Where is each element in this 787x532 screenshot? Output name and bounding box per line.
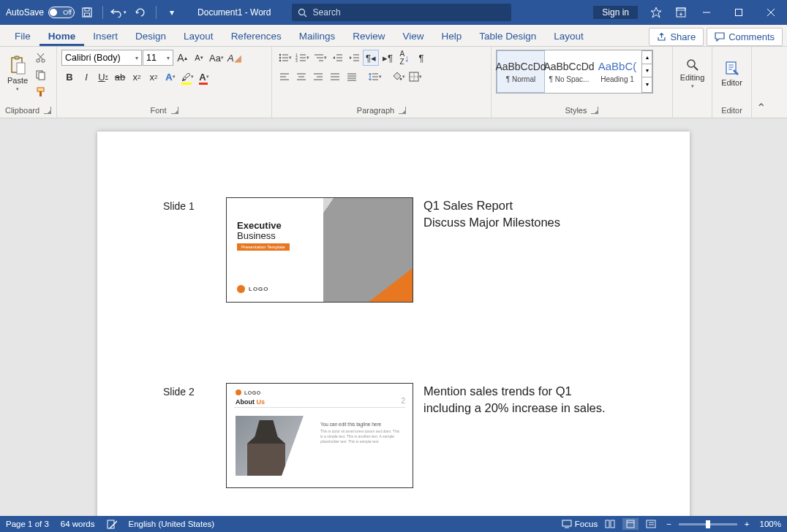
clipboard-dialog-launcher[interactable] — [44, 107, 51, 114]
tab-mailings[interactable]: Mailings — [290, 26, 344, 46]
read-mode-button[interactable] — [602, 518, 618, 530]
bullets-button[interactable]: ▾ — [276, 50, 293, 66]
svg-rect-76 — [611, 520, 614, 528]
bold-button[interactable]: B — [61, 69, 78, 85]
redo-button[interactable] — [131, 3, 150, 22]
shading-button[interactable]: ▾ — [391, 69, 407, 85]
status-page[interactable]: Page 1 of 3 — [6, 520, 49, 528]
change-case-button[interactable]: Aa▾ — [208, 50, 225, 66]
distributed-button[interactable] — [344, 69, 360, 85]
styles-gallery-scroller[interactable]: ▴▾▾ — [641, 50, 652, 93]
styles-dialog-launcher[interactable] — [591, 107, 598, 114]
focus-mode-button[interactable]: Focus — [562, 520, 598, 528]
svg-rect-1 — [85, 8, 89, 11]
decrease-indent-button[interactable] — [329, 50, 345, 66]
numbering-button[interactable]: 123▾ — [294, 50, 311, 66]
comments-button[interactable]: Comments — [707, 28, 783, 46]
subscript-button[interactable]: x2 — [129, 69, 145, 85]
svg-point-14 — [36, 58, 39, 61]
format-painter-button[interactable] — [32, 83, 48, 99]
font-size-combo[interactable]: 11▾ — [143, 50, 173, 66]
font-family-combo[interactable]: Calibri (Body)▾ — [61, 50, 142, 66]
svg-rect-2 — [85, 13, 90, 16]
slide-1-notes[interactable]: Q1 Sales Report Discuss Major Milestones — [423, 197, 560, 231]
justify-button[interactable] — [327, 69, 343, 85]
tab-file[interactable]: File — [6, 26, 39, 46]
multilevel-list-button[interactable]: ▾ — [312, 50, 328, 66]
tab-table-design[interactable]: Table Design — [470, 26, 545, 46]
tab-view[interactable]: View — [394, 26, 432, 46]
editing-button[interactable]: Editing ▾ — [677, 50, 707, 98]
line-spacing-button[interactable]: ▾ — [367, 69, 383, 85]
undo-button[interactable]: ▾ — [109, 3, 128, 22]
tab-layout[interactable]: Layout — [175, 26, 222, 46]
zoom-level[interactable]: 100% — [760, 520, 781, 528]
text-effects-button[interactable]: A▾ — [162, 69, 178, 85]
tab-design[interactable]: Design — [127, 26, 175, 46]
zoom-out-button[interactable]: − — [663, 520, 674, 528]
borders-button[interactable]: ▾ — [407, 69, 423, 85]
underline-button[interactable]: U▾ — [95, 69, 111, 85]
document-workspace[interactable]: Slide 1 Executive Business Presentation … — [0, 118, 787, 516]
zoom-slider[interactable] — [679, 523, 737, 525]
font-color-button[interactable]: A▾ — [196, 69, 212, 85]
autosave-control[interactable]: AutoSave Off — [6, 7, 75, 18]
superscript-button[interactable]: x2 — [146, 69, 162, 85]
share-button[interactable]: Share — [649, 28, 704, 46]
highlight-button[interactable]: 🖊▾ — [179, 69, 195, 85]
proofing-icon[interactable] — [107, 519, 117, 529]
rtl-button[interactable]: ▸¶ — [380, 50, 396, 66]
tab-insert[interactable]: Insert — [84, 26, 127, 46]
grow-font-button[interactable]: A▴ — [174, 50, 190, 66]
style-no-spacing[interactable]: AaBbCcDd¶ No Spac... — [545, 50, 593, 93]
font-dialog-launcher[interactable] — [171, 107, 178, 114]
ribbon-options-icon[interactable] — [671, 3, 690, 22]
slide-1-thumbnail[interactable]: Executive Business Presentation Template… — [226, 197, 413, 303]
cut-button[interactable] — [32, 50, 48, 66]
style-heading-1[interactable]: AaBbC(Heading 1 — [593, 50, 641, 93]
tab-help[interactable]: Help — [433, 26, 471, 46]
copy-button[interactable] — [32, 66, 48, 83]
autosave-toggle[interactable]: Off — [48, 7, 75, 18]
slide-2-label: Slide 2 — [148, 383, 226, 398]
align-center-button[interactable] — [293, 69, 309, 85]
svg-rect-77 — [627, 520, 634, 528]
align-left-button[interactable] — [276, 69, 293, 85]
web-layout-button[interactable] — [643, 518, 659, 530]
align-right-button[interactable] — [310, 69, 326, 85]
italic-button[interactable]: I — [78, 69, 94, 85]
tab-references[interactable]: References — [222, 26, 290, 46]
customize-qat-button[interactable]: ▾ — [162, 3, 181, 22]
shrink-font-button[interactable]: A▾ — [191, 50, 207, 66]
save-icon[interactable] — [78, 3, 97, 22]
strikethrough-button[interactable]: ab — [112, 69, 128, 85]
coming-soon-icon[interactable] — [647, 3, 666, 22]
increase-indent-button[interactable] — [346, 50, 362, 66]
maximize-button[interactable] — [723, 0, 755, 25]
svg-point-66 — [688, 60, 695, 67]
status-language[interactable]: English (United States) — [129, 520, 215, 528]
zoom-in-button[interactable]: + — [742, 520, 753, 528]
tab-review[interactable]: Review — [344, 26, 394, 46]
paragraph-dialog-launcher[interactable] — [399, 107, 406, 114]
collapse-ribbon-button[interactable]: ⌃ — [752, 47, 769, 118]
status-words[interactable]: 64 words — [61, 520, 95, 528]
search-box[interactable]: Search — [292, 4, 511, 21]
clear-formatting-button[interactable]: A◢ — [226, 50, 243, 66]
tab-home[interactable]: Home — [39, 26, 85, 46]
close-button[interactable] — [755, 0, 787, 25]
tab-table-layout[interactable]: Layout — [545, 26, 592, 46]
slide-2-notes[interactable]: Mention sales trends for Q1 including a … — [423, 383, 606, 417]
minimize-button[interactable] — [690, 0, 723, 25]
sign-in-button[interactable]: Sign in — [593, 6, 638, 19]
paste-button[interactable]: Paste ▾ — [4, 50, 31, 98]
slide-2-thumbnail[interactable]: LOGO About Us 2 You can edit this taglin… — [226, 383, 413, 488]
style-normal[interactable]: AaBbCcDd¶ Normal — [497, 50, 545, 93]
print-layout-button[interactable] — [622, 518, 639, 530]
ribbon-tabs: File Home Insert Design Layout Reference… — [0, 25, 787, 47]
sort-button[interactable]: AZ↓ — [396, 50, 413, 66]
document-title: Document1 - Word — [197, 7, 271, 18]
show-marks-button[interactable]: ¶ — [413, 50, 429, 66]
editor-button[interactable]: Editor — [717, 50, 747, 98]
ltr-button[interactable]: ¶◂ — [363, 50, 379, 66]
